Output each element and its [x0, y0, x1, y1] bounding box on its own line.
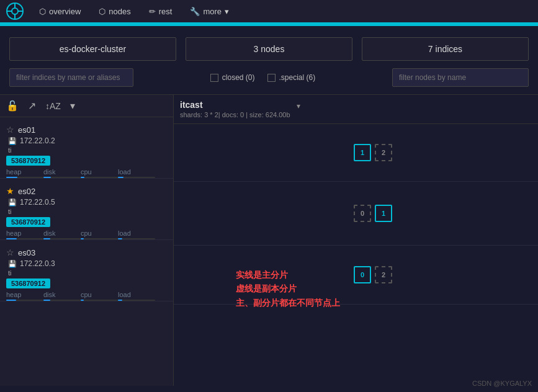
more-arrow-icon: ▾ — [225, 7, 229, 16]
node-tag-es01: ti — [6, 146, 167, 154]
index-meta: shards: 3 * 2| docs: 0 | size: 624.00b — [180, 111, 290, 118]
heap-badge-es02: 536870912 — [6, 217, 50, 227]
node-ip-es01: 172.22.0.2 — [20, 136, 55, 145]
main-area: 🔓 ↗ ↕AZ ▾ ☆ es01 💾 172 — [0, 94, 538, 386]
node-ip-es03: 172.22.0.3 — [20, 259, 55, 268]
header-row: es-docker-cluster 3 nodes 7 indices — [0, 26, 538, 68]
cluster-name-card: es-docker-cluster — [9, 37, 176, 61]
closed-checkbox-label[interactable]: closed (0) — [210, 73, 255, 82]
toolbar-icons: 🔓 ↗ ↕AZ ▾ — [0, 95, 173, 117]
shard-cells-es01: 1 2 — [347, 138, 398, 167]
shard-cells-es03: 0 2 — [347, 260, 398, 290]
top-nav: ⬡ overview ⬡ nodes ✏ rest 🔧 more ▾ — [0, 0, 538, 24]
filter-row: closed (0) .special (6) — [0, 68, 538, 94]
nav-item-rest[interactable]: ✏ rest — [141, 3, 180, 20]
filter-nodes-input[interactable] — [392, 68, 529, 87]
index-header: itcast shards: 3 * 2| docs: 0 | size: 62… — [174, 95, 538, 124]
node-row-es01: ☆ es01 💾 172.22.0.2 ti 536870912 heap — [0, 117, 173, 179]
node-row-es02: ★ es02 💾 172.22.0.5 ti 536870912 heap — [0, 179, 173, 240]
filter-indices-input[interactable] — [9, 68, 133, 87]
index-panel: itcast shards: 3 * 2| docs: 0 | size: 62… — [174, 95, 538, 386]
nav-item-overview[interactable]: ⬡ overview — [32, 3, 88, 20]
more-icon: 🔧 — [190, 7, 200, 16]
node-row-es03: ☆ es03 💾 172.22.0.3 ti 536870912 heap — [0, 240, 173, 301]
nodes-icon: ⬡ — [99, 7, 105, 16]
special-checkbox-label[interactable]: .special (6) — [267, 73, 316, 82]
heap-badge-es01: 536870912 — [6, 156, 50, 166]
shard-0-replica: 0 — [354, 205, 371, 222]
shard-row-es01: 1 2 — [174, 124, 538, 182]
disk-icon-es02: 💾 — [8, 198, 17, 207]
nav-item-nodes[interactable]: ⬡ nodes — [91, 3, 138, 20]
checkbox-group: closed (0) .special (6) — [143, 73, 383, 82]
index-dropdown-arrow[interactable]: ▾ — [297, 102, 300, 110]
nav-item-more[interactable]: 🔧 more ▾ — [182, 3, 236, 20]
shard-2-replica-es03: 2 — [375, 266, 392, 283]
node-section: ☆ es01 💾 172.22.0.2 ti 536870912 heap — [0, 117, 173, 386]
watermark: CSDN @KYGALYX — [472, 380, 532, 387]
shard-row-es02: 0 1 — [174, 182, 538, 246]
expand-icon[interactable]: ↗ — [28, 100, 36, 112]
toolbar: 🔓 ↗ ↕AZ ▾ ☆ es01 💾 172 — [0, 95, 174, 386]
shard-grid: 1 2 0 1 — [174, 124, 538, 305]
indices-count-card: 7 indices — [362, 37, 529, 61]
app-container: ⬡ overview ⬡ nodes ✏ rest 🔧 more ▾ es-do… — [0, 0, 538, 386]
closed-checkbox[interactable] — [210, 74, 218, 82]
heap-badge-es03: 536870912 — [6, 278, 50, 288]
shard-1-primary: 1 — [354, 144, 371, 161]
sort-az-icon[interactable]: ↕AZ — [45, 101, 61, 111]
index-name: itcast — [180, 100, 290, 110]
node-name-es03: es03 — [18, 248, 35, 257]
disk-icon-es01: 💾 — [8, 137, 17, 145]
nodes-count-card: 3 nodes — [186, 37, 352, 61]
node-ip-es02: 172.22.0.5 — [20, 198, 55, 207]
shard-row-es03: 0 2 — [174, 246, 538, 305]
node-name-es02: es02 — [18, 187, 35, 196]
star-icon-es03[interactable]: ☆ — [6, 247, 14, 257]
filter-arrow-icon[interactable]: ▾ — [70, 100, 75, 112]
node-tag-es03: ti — [6, 269, 167, 277]
main-wrapper: 🔓 ↗ ↕AZ ▾ ☆ es01 💾 172 — [0, 94, 538, 386]
shard-1-primary-es02: 1 — [375, 205, 392, 222]
shard-0-primary: 0 — [354, 266, 371, 283]
node-tag-es02: ti — [6, 208, 167, 215]
node-name-es01: es01 — [18, 125, 35, 135]
star-icon-es01[interactable]: ☆ — [6, 125, 14, 135]
rest-icon: ✏ — [149, 7, 156, 16]
lock-icon: 🔓 — [6, 100, 19, 112]
overview-icon: ⬡ — [39, 7, 46, 16]
logo — [6, 2, 24, 20]
shard-cells-es02: 0 1 — [347, 198, 398, 228]
star-icon-es02[interactable]: ★ — [6, 186, 14, 196]
disk-icon-es03: 💾 — [8, 260, 17, 268]
special-checkbox[interactable] — [267, 74, 276, 82]
shard-2-replica: 2 — [375, 144, 392, 161]
